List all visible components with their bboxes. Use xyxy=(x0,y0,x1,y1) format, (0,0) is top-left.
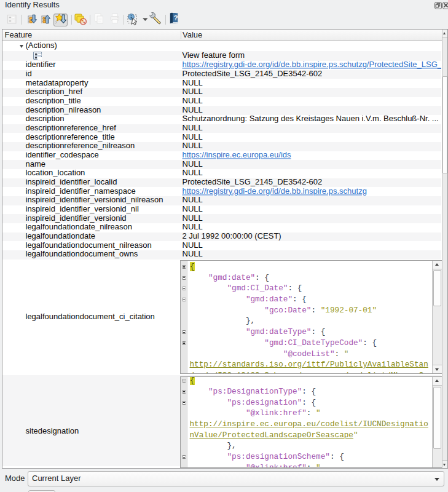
svg-text:?: ? xyxy=(174,14,178,22)
